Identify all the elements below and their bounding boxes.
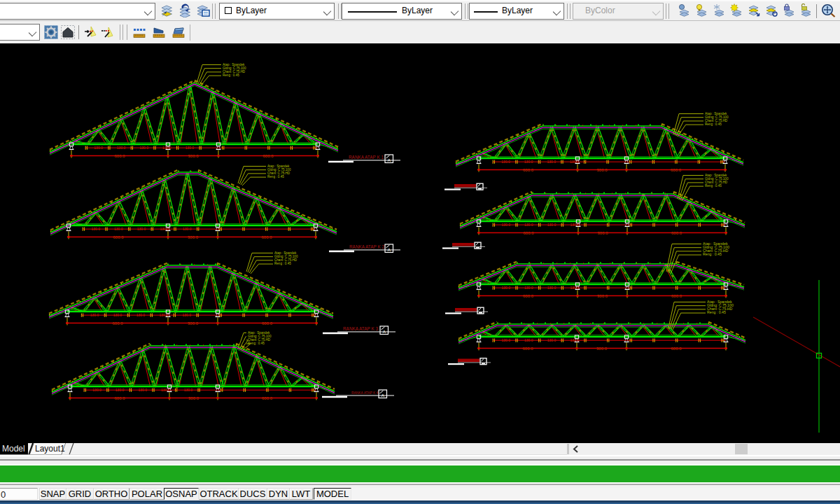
svg-text:130.0: 130.0 (161, 388, 170, 392)
svg-text:600.0: 600.0 (113, 235, 124, 239)
svg-text:130.0: 130.0 (547, 223, 556, 227)
svg-text:Reng : 0.45: Reng : 0.45 (274, 262, 291, 265)
svg-text:130.0: 130.0 (524, 160, 533, 164)
svg-text:130.0: 130.0 (90, 313, 99, 317)
svg-text:600.0: 600.0 (262, 396, 273, 400)
svg-text:Model: Model (2, 444, 25, 454)
svg-text:130.0: 130.0 (117, 146, 126, 150)
svg-text:130.0: 130.0 (114, 227, 123, 231)
svg-text:130.0: 130.0 (113, 313, 122, 317)
svg-text:130.0: 130.0 (92, 388, 102, 392)
svg-text:600.0: 600.0 (671, 346, 682, 351)
svg-text:130.0: 130.0 (137, 227, 146, 231)
svg-text:130.0: 130.0 (524, 286, 533, 290)
svg-text:130.0: 130.0 (160, 227, 169, 231)
svg-text:130.0: 130.0 (547, 338, 556, 342)
svg-text:300.0: 300.0 (188, 321, 199, 326)
svg-text:130.0: 130.0 (183, 313, 192, 317)
svg-text:300.0: 300.0 (597, 294, 608, 298)
svg-text:Reng : 0.45: Reng : 0.45 (705, 122, 722, 126)
svg-text:300.0: 300.0 (596, 168, 608, 172)
svg-text:130.0: 130.0 (570, 286, 579, 290)
svg-text:600.0: 600.0 (261, 235, 272, 239)
svg-text:130.0: 130.0 (184, 388, 193, 392)
svg-text:600.0: 600.0 (114, 154, 125, 158)
svg-text:Reng : 0.45: Reng : 0.45 (223, 74, 239, 77)
svg-text:300.0: 300.0 (188, 154, 199, 158)
svg-text:Reng : 0.45: Reng : 0.45 (703, 252, 722, 256)
svg-text:600.0: 600.0 (112, 321, 123, 326)
svg-text:600.0: 600.0 (671, 231, 682, 235)
svg-text:130.0: 130.0 (160, 313, 169, 317)
svg-text:300.0: 300.0 (596, 346, 608, 351)
svg-text:300.0: 300.0 (597, 231, 608, 235)
svg-text:130.0: 130.0 (91, 227, 100, 231)
svg-text:130.0: 130.0 (547, 286, 556, 290)
svg-text:Reng : 0.45: Reng : 0.45 (705, 184, 722, 188)
svg-text:300.0: 300.0 (188, 235, 199, 239)
svg-text:RANKA ATAP K 4: RANKA ATAP K 4 (351, 391, 379, 395)
svg-text:130.0: 130.0 (138, 388, 147, 392)
svg-text:RANKA ATAP K 1: RANKA ATAP K 1 (349, 155, 384, 160)
svg-text:600.0: 600.0 (523, 231, 534, 235)
svg-text:130.0: 130.0 (501, 286, 510, 290)
svg-text:Reng : 0.45: Reng : 0.45 (267, 175, 284, 178)
svg-text:130.0: 130.0 (547, 160, 556, 164)
svg-text:130.0: 130.0 (570, 338, 579, 342)
svg-text:130.0: 130.0 (186, 146, 195, 150)
svg-text:130.0: 130.0 (136, 313, 146, 317)
svg-text:300.0: 300.0 (188, 396, 200, 400)
svg-text:130.0: 130.0 (501, 223, 510, 227)
svg-text:130.0: 130.0 (570, 160, 579, 164)
svg-text:600.0: 600.0 (114, 396, 125, 400)
svg-text:600.0: 600.0 (522, 346, 533, 351)
svg-text:130.0: 130.0 (139, 146, 148, 150)
svg-text:RANKA ATAP K 3: RANKA ATAP K 3 (343, 326, 379, 331)
svg-text:130.0: 130.0 (183, 227, 192, 231)
svg-text:130.0: 130.0 (524, 223, 533, 227)
svg-text:Reng : 0.45: Reng : 0.45 (707, 310, 726, 314)
svg-text:RANKA ATAP K 2: RANKA ATAP K 2 (349, 244, 385, 249)
svg-text:130.0: 130.0 (524, 338, 533, 342)
svg-text:130.0: 130.0 (501, 338, 510, 342)
svg-text:600.0: 600.0 (671, 294, 682, 298)
svg-text:600.0: 600.0 (262, 154, 274, 158)
svg-text:130.0: 130.0 (570, 223, 579, 227)
svg-text:600.0: 600.0 (262, 321, 273, 326)
svg-text:130.0: 130.0 (162, 146, 172, 150)
svg-text:130.0: 130.0 (501, 160, 510, 164)
svg-text:130.0: 130.0 (115, 388, 125, 392)
svg-text:130.0: 130.0 (94, 146, 103, 150)
svg-text:600.0: 600.0 (671, 168, 682, 172)
svg-text:600.0: 600.0 (523, 168, 534, 172)
svg-text:600.0: 600.0 (523, 294, 534, 298)
svg-text:Layout1: Layout1 (35, 444, 65, 454)
